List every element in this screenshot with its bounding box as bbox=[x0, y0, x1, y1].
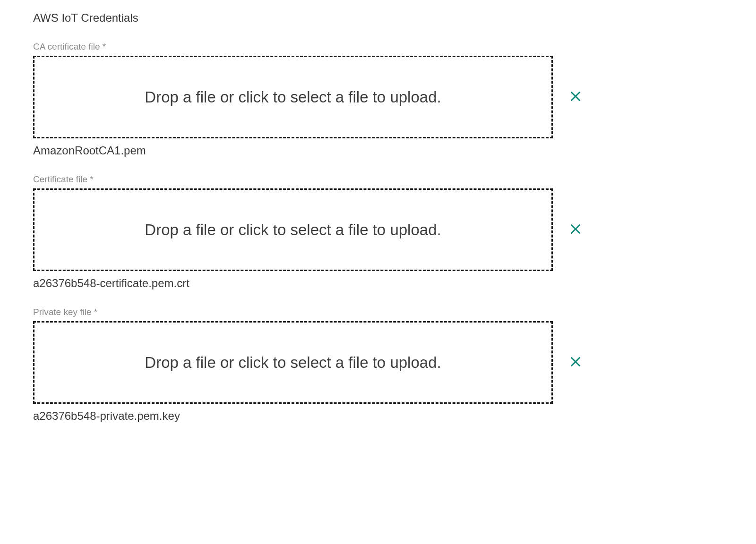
cert-dropzone-text: Drop a file or click to select a file to… bbox=[145, 221, 441, 239]
cert-clear-button[interactable] bbox=[566, 220, 585, 240]
private-key-label: Private key file * bbox=[33, 307, 723, 317]
close-icon bbox=[569, 355, 582, 370]
private-key-dropzone-text: Drop a file or click to select a file to… bbox=[145, 354, 441, 372]
cert-label: Certificate file * bbox=[33, 174, 723, 185]
section-title: AWS IoT Credentials bbox=[33, 11, 723, 25]
private-key-field-group: Private key file * Drop a file or click … bbox=[33, 307, 723, 423]
ca-cert-filename: AmazonRootCA1.pem bbox=[33, 144, 723, 157]
close-icon bbox=[569, 222, 582, 237]
ca-cert-label: CA certificate file * bbox=[33, 42, 723, 52]
ca-cert-field-group: CA certificate file * Drop a file or cli… bbox=[33, 42, 723, 157]
ca-cert-dropzone-text: Drop a file or click to select a file to… bbox=[145, 88, 441, 106]
ca-cert-dropzone[interactable]: Drop a file or click to select a file to… bbox=[33, 56, 553, 138]
ca-cert-clear-button[interactable] bbox=[566, 87, 585, 107]
private-key-dropzone[interactable]: Drop a file or click to select a file to… bbox=[33, 321, 553, 404]
private-key-upload-row: Drop a file or click to select a file to… bbox=[33, 321, 723, 404]
cert-field-group: Certificate file * Drop a file or click … bbox=[33, 174, 723, 290]
private-key-filename: a26376b548-private.pem.key bbox=[33, 409, 723, 423]
ca-cert-upload-row: Drop a file or click to select a file to… bbox=[33, 56, 723, 138]
cert-upload-row: Drop a file or click to select a file to… bbox=[33, 188, 723, 271]
cert-dropzone[interactable]: Drop a file or click to select a file to… bbox=[33, 188, 553, 271]
cert-filename: a26376b548-certificate.pem.crt bbox=[33, 277, 723, 290]
close-icon bbox=[569, 90, 582, 104]
private-key-clear-button[interactable] bbox=[566, 352, 585, 373]
